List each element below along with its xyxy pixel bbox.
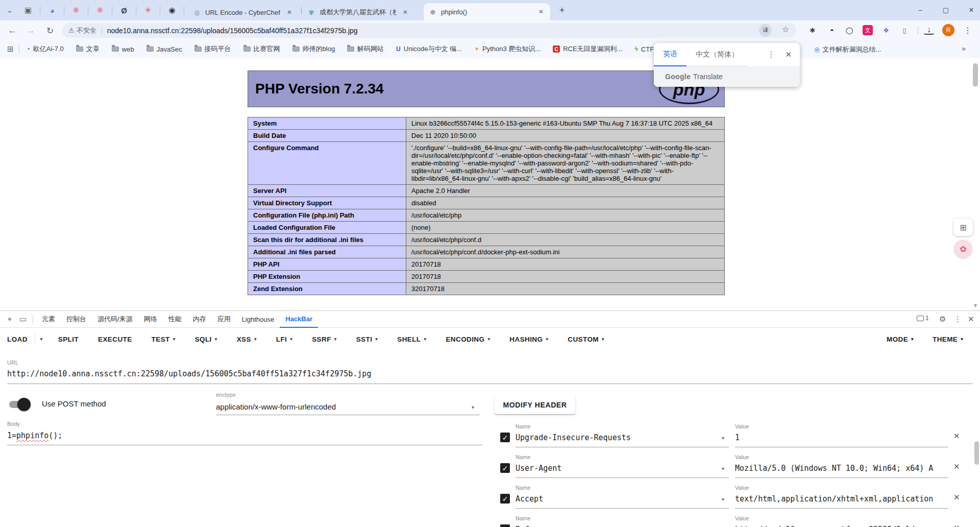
header-name-dropdown-icon[interactable]: ▾ [722, 496, 724, 502]
tab-console[interactable]: 控制台 [61, 311, 92, 328]
menu-theme[interactable]: THEME▾ [933, 332, 963, 346]
bookmark-item[interactable]: ✶Python3 爬虫知识... [474, 44, 541, 54]
forward-button[interactable]: → [23, 23, 38, 38]
execute-button[interactable]: EXECUTE [98, 336, 132, 343]
security-chip[interactable]: ⚠ 不安全 [68, 26, 96, 35]
tab-application[interactable]: 应用 [212, 311, 236, 328]
pinned-tab-notes[interactable]: ▣ [22, 5, 34, 16]
bookmark-folder[interactable]: web [112, 45, 134, 53]
bookmark-folder[interactable]: 解码网站 [347, 44, 384, 54]
remove-header-icon[interactable]: ✕ [953, 523, 960, 527]
window-minimize-button[interactable]: – [913, 3, 928, 16]
load-dropdown-icon[interactable]: ▾ [40, 337, 43, 342]
url-field-input[interactable]: http://node10.anna.nssctf.cn:22598/uploa… [7, 369, 371, 378]
translate-icon[interactable]: 译 [759, 24, 772, 37]
menu-custom[interactable]: CUSTOM▾ [568, 336, 604, 343]
header-name-dropdown-icon[interactable]: ▾ [722, 435, 724, 441]
bookmark-item[interactable]: CRCE无回显漏洞利... [553, 44, 622, 54]
extension-panda-icon[interactable]: ◓ [827, 25, 837, 35]
translate-tab-target[interactable]: 中文（简体） [687, 43, 748, 66]
translate-close-icon[interactable]: ✕ [780, 50, 797, 59]
menu-sqli[interactable]: SQLI▾ [195, 336, 217, 343]
body-field-input[interactable]: 1=phpinfo(); [7, 431, 62, 440]
tab-performance[interactable]: 性能 [163, 311, 187, 328]
tab-hackbar[interactable]: HackBar [280, 311, 318, 328]
apps-grid-icon[interactable]: ⊞ [7, 44, 14, 54]
tab-close-icon[interactable]: ✕ [285, 9, 293, 16]
extension-mascot-float-button[interactable]: ✿ [954, 240, 972, 257]
menu-shell[interactable]: SHELL▾ [397, 336, 426, 343]
bookmark-star-icon[interactable]: ☆ [782, 25, 789, 34]
downloads-icon[interactable]: ↓ [924, 26, 934, 35]
side-panel-float-button[interactable]: ⊞ [953, 219, 973, 236]
tab-phpinfo-active[interactable]: ⊕ phpinfo() ✕ [424, 3, 550, 20]
header-value-input[interactable]: Mozilla/5.0 (Windows NT 10.0; Win64; x64… [735, 464, 948, 473]
pinned-tab-plant-2[interactable]: ❋ [94, 5, 106, 16]
enctype-select[interactable]: application/x-www-form-urlencoded [216, 402, 336, 411]
profile-avatar[interactable]: R [942, 24, 954, 36]
window-maximize-button[interactable]: ▢ [938, 3, 953, 16]
url-text[interactable]: node10.anna.nssctf.cn:22598/uploads/1560… [107, 27, 358, 35]
bookmark-item[interactable]: ◎文件解析漏洞总结... [814, 45, 881, 54]
extension-bug-icon[interactable]: ✱ [807, 25, 818, 35]
pinned-tab-blue-app[interactable]: ◕ [46, 5, 58, 16]
menu-encoding[interactable]: ENCODING▾ [446, 336, 490, 343]
modify-header-button[interactable]: MODIFY HEADER [495, 396, 575, 414]
menu-ssti[interactable]: SSTI▾ [356, 336, 378, 343]
load-button[interactable]: LOAD [7, 336, 28, 343]
tab-ctf-contest[interactable]: ✾ 成都大学第八届玄武杯（校外赛 ✕ [302, 4, 422, 20]
tab-cyberchef[interactable]: ◍ URL Encode - CyberChef ✕ [188, 4, 301, 20]
address-bar[interactable]: ⚠ 不安全 node10.anna.nssctf.cn:22598/upload… [62, 23, 796, 38]
devtools-menu-icon[interactable]: ⋮ [954, 315, 962, 324]
split-button[interactable]: SPLIT [58, 336, 79, 343]
tab-network[interactable]: 网络 [138, 311, 163, 328]
new-tab-button[interactable]: + [556, 5, 568, 16]
devtools-scrollbar-thumb[interactable] [974, 441, 979, 465]
tab-lighthouse[interactable]: Lighthouse [236, 311, 280, 328]
window-close-button[interactable]: ✕ [964, 3, 979, 16]
tab-search-icon[interactable]: ⌄ [4, 5, 15, 16]
menu-mode[interactable]: MODE▾ [887, 332, 914, 346]
page-scrollbar-thumb[interactable] [973, 63, 978, 87]
header-enabled-checkbox[interactable]: ✓ [500, 494, 510, 504]
pinned-tab-burst[interactable]: ✳ [142, 5, 154, 16]
extension-cat-icon[interactable]: ❖ [881, 25, 891, 35]
reload-button[interactable]: ↻ [43, 23, 57, 38]
back-button[interactable]: ← [5, 23, 19, 38]
devtools-close-icon[interactable]: ✕ [968, 315, 974, 324]
enctype-dropdown-icon[interactable]: ▾ [472, 404, 474, 410]
menu-lfi[interactable]: LFI▾ [276, 336, 292, 343]
bookmarks-overflow-chevron[interactable]: » [962, 44, 966, 53]
pinned-tab-plant-1[interactable]: ❋ [70, 5, 82, 16]
remove-header-icon[interactable]: ✕ [953, 432, 960, 441]
header-enabled-checkbox[interactable]: ✓ [500, 524, 510, 527]
device-toolbar-icon[interactable]: ▭ [16, 315, 30, 324]
scroll-down-arrow[interactable]: ▼ [971, 302, 979, 310]
pinned-tab-sphere[interactable]: ◉ [166, 5, 178, 16]
header-value-input[interactable]: 1 [735, 433, 948, 442]
inspect-element-icon[interactable]: ⌖ [3, 315, 16, 324]
extension-translate-icon[interactable]: 文 [863, 25, 873, 35]
menu-test[interactable]: TEST▾ [152, 336, 176, 343]
translate-options-icon[interactable]: ⋮ [762, 50, 780, 59]
post-method-toggle-thumb[interactable] [17, 398, 31, 411]
remove-header-icon[interactable]: ✕ [953, 462, 960, 471]
header-value-input[interactable]: text/html,application/xhtml+xml,applicat… [735, 494, 948, 504]
header-name-input[interactable]: User-Agent [516, 464, 561, 473]
tab-close-icon[interactable]: ✕ [537, 8, 545, 15]
header-name-input[interactable]: Upgrade-Insecure-Requests [516, 433, 631, 442]
tab-close-icon[interactable]: ✕ [401, 9, 409, 16]
extension-clipboard-icon[interactable]: ▯ [899, 25, 910, 35]
bookmark-item[interactable]: UUnicode与中文 编... [396, 44, 462, 54]
translate-tab-source[interactable]: 英语 [654, 43, 687, 66]
bookmark-folder[interactable]: 比赛官网 [243, 44, 280, 54]
remove-header-icon[interactable]: ✕ [953, 493, 960, 502]
menu-hashing[interactable]: HASHING▾ [509, 336, 548, 343]
menu-xss[interactable]: XSS▾ [237, 336, 257, 343]
bookmark-folder[interactable]: 文章 [76, 44, 100, 54]
header-name-input[interactable]: Referer [516, 525, 548, 527]
tab-elements[interactable]: 元素 [36, 311, 61, 328]
bookmark-folder[interactable]: JavaSec [146, 45, 182, 53]
bookmark-item[interactable]: ◔欧亿Ai-7.0 [27, 44, 64, 54]
header-enabled-checkbox[interactable]: ✓ [500, 463, 510, 473]
